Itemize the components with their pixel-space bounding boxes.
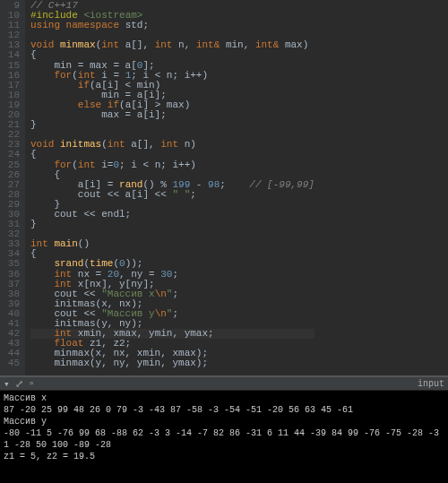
code-line[interactable]: int main(): [30, 239, 314, 249]
line-number: 35: [0, 259, 20, 269]
line-number: 45: [0, 358, 20, 368]
line-number: 15: [0, 61, 20, 71]
code-line[interactable]: using namespace std;: [30, 21, 314, 30]
code-line[interactable]: cout << a[i] << " ";: [30, 190, 314, 200]
panel-label: input: [418, 379, 444, 389]
expand-icon[interactable]: ⤢: [15, 378, 23, 390]
code-area[interactable]: // C++17#include <iostream>using namespa…: [25, 0, 314, 375]
line-number: 36: [0, 270, 20, 280]
terminal-line: z1 = 5, z2 = 19.5: [4, 451, 444, 462]
code-line[interactable]: minmax(y, ny, ymin, ymax);: [30, 358, 314, 368]
code-line[interactable]: cout << endl;: [30, 210, 314, 220]
terminal-line: 87 -20 25 99 48 26 0 79 -3 -43 87 -58 -3…: [4, 404, 444, 416]
terminal-line: Массив x: [4, 392, 444, 404]
code-editor[interactable]: 9101112131415161718192021222324252627282…: [0, 0, 448, 376]
code-line[interactable]: for(int i=0; i < n; i++): [30, 160, 314, 170]
panel-divider[interactable]: ▾ ⤢ ▫ input: [0, 376, 448, 391]
collapse-icon[interactable]: ▫: [29, 378, 35, 389]
terminal-line: [4, 462, 444, 474]
code-line[interactable]: void minmax(int a[], int n, int& min, in…: [30, 40, 314, 50]
terminal-line: -80 -11 5 -76 99 68 -88 62 -3 3 -14 -7 8…: [4, 427, 444, 451]
code-line[interactable]: void initmas(int a[], int n): [30, 140, 314, 150]
code-line[interactable]: }: [30, 220, 314, 229]
terminal-output[interactable]: Массив x87 -20 25 99 48 26 0 79 -3 -43 8…: [0, 391, 448, 483]
terminal-line: [4, 474, 444, 483]
line-number: 14: [0, 50, 20, 60]
line-number: 24: [0, 150, 20, 160]
terminal-line: Массив y: [4, 416, 444, 427]
code-line[interactable]: max = a[i];: [30, 110, 314, 120]
code-line[interactable]: }: [30, 120, 314, 130]
chevron-down-icon[interactable]: ▾: [4, 378, 10, 390]
line-number: 25: [0, 160, 20, 170]
line-gutter: 9101112131415161718192021222324252627282…: [0, 0, 25, 375]
